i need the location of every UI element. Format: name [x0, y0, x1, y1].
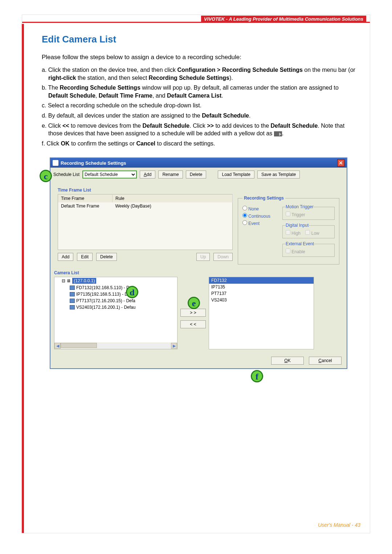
col-rule: Rule — [113, 194, 233, 203]
close-icon[interactable]: ✕ — [337, 159, 344, 167]
callout-f: f — [251, 370, 263, 382]
load-template-button[interactable]: Load Template — [218, 171, 254, 178]
dialog-screenshot: Recording Schedule Settings ✕ Schedule L… — [50, 157, 347, 369]
step-c: c. Select a recording schedule on the sc… — [42, 102, 355, 110]
window-titlebar[interactable]: Recording Schedule Settings ✕ — [50, 158, 347, 168]
window-title: Recording Schedule Settings — [61, 160, 126, 166]
timeframe-table[interactable]: Time Frame Rule Default Time Frame Weekl… — [58, 194, 233, 250]
timeframe-label: Time Frame List — [58, 188, 339, 193]
tree-root[interactable]: ⊟ 🖥 (127.0.0.1) — [55, 277, 177, 284]
tree-item[interactable]: IP7135(192.168.5.113) - Defa — [54, 291, 177, 297]
page-sheet: VIVOTEK - A Leading Provider of Multimed… — [22, 15, 370, 533]
ok-button[interactable]: OK — [271, 357, 304, 365]
header-brand: VIVOTEK - A Leading Provider of Multimed… — [201, 16, 366, 22]
steps-list: a. Click the station on the device tree,… — [42, 66, 355, 147]
header-bar: VIVOTEK - A Leading Provider of Multimed… — [22, 15, 370, 23]
timeframe-buttons: Add Edit Delete Up Down — [58, 253, 233, 261]
table-row[interactable]: Default Time Frame Weekly (DayBase) — [58, 202, 233, 210]
camera-icon — [70, 286, 75, 290]
chk-low[interactable]: Low — [305, 231, 319, 236]
tf-delete-button[interactable]: Delete — [96, 253, 117, 261]
step-a: a. Click the station on the device tree,… — [42, 66, 355, 82]
tree-item[interactable]: FD7132(192.168.5.110) - Defa — [54, 284, 177, 291]
step-b: b. The Recording Schedule Settings windo… — [42, 84, 355, 99]
chk-trigger[interactable]: Trigger — [286, 212, 305, 217]
radio-continuous[interactable]: Continuous — [242, 213, 279, 219]
list-item[interactable]: VS2403 — [209, 297, 314, 303]
schedule-dropdown[interactable]: Default Schedule — [82, 171, 137, 178]
content-area: Edit Camera List Please follow the steps… — [22, 23, 370, 369]
transfer-buttons: > > < < — [180, 277, 206, 349]
external-event-label: External Event — [286, 241, 314, 246]
tf-down-button[interactable]: Down — [213, 253, 233, 261]
page-footer: User's Manual - 43 — [318, 522, 360, 528]
recset-label: Recording Settings — [242, 196, 285, 201]
camera-dot-icon — [274, 131, 282, 136]
list-item[interactable]: IP7135 — [209, 284, 314, 290]
scroll-left-icon[interactable]: ◀ — [54, 343, 61, 349]
dialog-bottom-bar: OK Cancel — [50, 353, 347, 368]
list-item[interactable]: FD7132 — [209, 277, 314, 284]
step-d: d. By default, all devices under the sta… — [42, 112, 355, 120]
step-e: e. Click << to remove devices from the D… — [42, 122, 355, 138]
recording-schedule-window: Recording Schedule Settings ✕ Schedule L… — [50, 157, 347, 369]
tf-add-button[interactable]: Add — [58, 253, 73, 261]
tf-edit-button[interactable]: Edit — [77, 253, 93, 261]
save-as-template-button[interactable]: Save as Template — [257, 171, 300, 178]
camera-icon — [70, 305, 75, 309]
app-icon — [53, 160, 58, 166]
recording-settings-panel: Recording Settings None Continuous Event… — [238, 194, 339, 264]
schedule-rename-button[interactable]: Rename — [158, 171, 183, 178]
scroll-right-icon[interactable]: ▶ — [171, 343, 177, 349]
schedule-delete-button[interactable]: Delete — [186, 171, 207, 178]
col-timeframe: Time Frame — [58, 194, 113, 203]
device-tree[interactable]: ⊟ 🖥 (127.0.0.1) FD7132(192.168.5.110) - … — [54, 277, 177, 349]
schedule-add-button[interactable]: Add — [140, 171, 155, 178]
camera-icon — [70, 292, 75, 296]
intro-text: Please follow the steps below to assign … — [42, 54, 355, 61]
schedule-list-label: Schedule List — [53, 172, 79, 177]
motion-trigger-label: Motion Trigger — [286, 204, 314, 209]
camera-list-label: Camera List — [54, 270, 343, 275]
chk-enable[interactable]: Enable — [286, 249, 305, 254]
radio-event[interactable]: Event — [242, 220, 279, 226]
tree-item[interactable]: VS2403(172.16.200.1) - Defau — [54, 304, 177, 311]
page-title: Edit Camera List — [42, 34, 355, 45]
camera-list-group: Camera List ⊟ 🖥 (127.0.0.1) FD7132(192.1… — [54, 270, 343, 349]
tree-h-scrollbar[interactable]: ◀ ▶ — [54, 342, 177, 349]
cancel-button[interactable]: Cancel — [309, 357, 342, 365]
camera-icon — [70, 299, 75, 303]
assign-right-button[interactable]: > > — [180, 309, 206, 317]
red-sidebar — [22, 24, 24, 533]
assign-left-button[interactable]: < < — [180, 320, 206, 328]
digital-input-label: Digital Input — [286, 223, 309, 228]
schedule-toolbar: Schedule List Default Schedule Add Renam… — [50, 168, 347, 181]
assigned-list[interactable]: FD7132 IP7135 PT7137 VS2403 — [209, 277, 314, 349]
scroll-thumb[interactable] — [61, 343, 97, 348]
tf-up-button[interactable]: Up — [196, 253, 210, 261]
tree-item[interactable]: PT7137(172.16.200.15) - Defa — [54, 297, 177, 304]
list-item[interactable]: PT7137 — [209, 290, 314, 297]
step-f: f. Click OK to confirm the settings or C… — [42, 140, 355, 148]
radio-none[interactable]: None — [242, 206, 279, 212]
timeframe-group: Time Frame List Time Frame Rule Default … — [54, 184, 343, 268]
chk-high[interactable]: High — [286, 231, 301, 236]
